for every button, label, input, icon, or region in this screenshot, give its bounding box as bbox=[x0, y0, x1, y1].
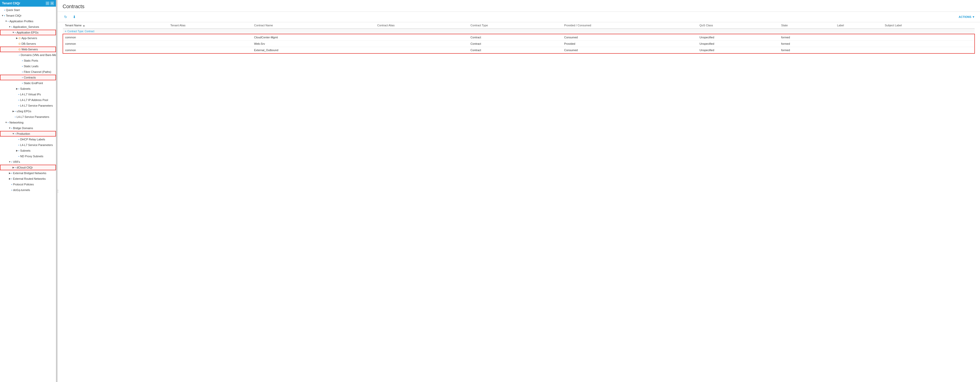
sidebar-item-app-servers[interactable]: ▶ ⊙ App-Servers bbox=[0, 35, 56, 41]
sidebar: Tenant CliQr □ × ▪ Quick Start ▼ ▪ Tenan… bbox=[0, 0, 56, 382]
cell-provided-consumed: Consumed bbox=[562, 47, 697, 54]
folder-icon: ▪ bbox=[22, 64, 23, 69]
sidebar-item-label: Tenant CliQr bbox=[6, 13, 21, 18]
sidebar-item-l4l7-service-params3[interactable]: ▪ L4-L7 Service Parameters bbox=[0, 142, 56, 148]
folder-icon: ▪ bbox=[18, 97, 19, 102]
main-content: Contracts ↻ ⬇ ACTIONS ▼ Tenant Name ▲Ten… bbox=[57, 0, 980, 382]
resize-handle[interactable] bbox=[56, 0, 57, 382]
sidebar-item-production[interactable]: ▼ ▪ Production bbox=[0, 131, 56, 137]
sidebar-item-external-routed[interactable]: ▶ ▪ External Routed Networks bbox=[0, 176, 56, 182]
sidebar-item-label: App-Servers bbox=[21, 36, 37, 40]
cell-provided-consumed: Consumed bbox=[562, 34, 697, 41]
sidebar-item-dot1q-tunnels[interactable]: ▪ dot1q-tunnels bbox=[0, 187, 56, 193]
sidebar-item-label: Application EPGs bbox=[17, 30, 38, 35]
sidebar-item-bridge-domains[interactable]: ▼ ▪ Bridge Domains bbox=[0, 125, 56, 131]
close-icon[interactable]: × bbox=[50, 2, 54, 5]
toolbar-left: ↻ ⬇ bbox=[63, 14, 77, 20]
sidebar-item-label: Subnets bbox=[20, 86, 30, 91]
sidebar-item-subnets2[interactable]: ▶ ▪ Subnets bbox=[0, 148, 56, 153]
sidebar-item-application-services[interactable]: ▼ ▪ Application_Services bbox=[0, 24, 56, 30]
table-row[interactable]: commonExternal_OutboundContractConsumedU… bbox=[63, 47, 975, 54]
sidebar-item-label: ND Proxy Subnets bbox=[20, 154, 43, 158]
sidebar-item-static-endpoint[interactable]: ▪ Static EndPoint bbox=[0, 80, 56, 86]
sidebar-item-protocol-policies[interactable]: ▪ Protocol Policies bbox=[0, 182, 56, 187]
actions-button[interactable]: ACTIONS ▼ bbox=[959, 15, 975, 18]
folder-icon: ▪ bbox=[22, 81, 23, 85]
sidebar-item-label: DHCP Relay Labels bbox=[20, 137, 45, 142]
minimize-icon[interactable]: □ bbox=[46, 2, 49, 5]
cell-subject-label bbox=[883, 41, 975, 47]
folder-icon: ▪ bbox=[15, 109, 16, 113]
sidebar-item-web-servers[interactable]: ⊙ Web-Servers bbox=[0, 46, 56, 52]
table-row[interactable]: commonWeb-SrvContractProvidedUnspecified… bbox=[63, 41, 975, 47]
cell-state: formed bbox=[779, 34, 835, 41]
actions-chevron: ▼ bbox=[972, 15, 975, 18]
sidebar-item-static-ports[interactable]: ▪ Static Ports bbox=[0, 58, 56, 63]
table-header: Tenant Name ▲Tenant AliasContract NameCo… bbox=[63, 22, 975, 29]
sidebar-item-nd-proxy-subnets[interactable]: ▪ ND Proxy Subnets bbox=[0, 153, 56, 159]
cell-subject-label bbox=[883, 34, 975, 41]
sidebar-item-domains[interactable]: ▪ Domains (VMs and Bare-Metals) bbox=[0, 52, 56, 58]
toggle-icon: ▼ bbox=[1, 13, 4, 18]
sidebar-item-label: Static EndPoint bbox=[24, 81, 43, 85]
toggle-icon: ▶ bbox=[12, 109, 15, 113]
toggle-icon: ▼ bbox=[8, 160, 11, 164]
sidebar-item-external-bridged[interactable]: ▶ ▪ External Bridged Networks bbox=[0, 170, 56, 176]
sidebar-item-tenant-cliqr[interactable]: ▼ ▪ Tenant CliQr bbox=[0, 13, 56, 18]
sidebar-item-contracts[interactable]: ▪ Contracts bbox=[0, 75, 56, 80]
folder-icon: ▪ bbox=[11, 160, 12, 164]
toggle-icon: ▶ bbox=[15, 36, 18, 40]
download-button[interactable]: ⬇ bbox=[71, 14, 77, 20]
sidebar-item-dhcp-relay[interactable]: ▪ DHCP Relay Labels bbox=[0, 137, 56, 142]
sidebar-item-networking[interactable]: ▼ ▪ Networking bbox=[0, 120, 56, 125]
table-row[interactable]: commonCloudCenter-MgmtContractConsumedUn… bbox=[63, 34, 975, 41]
cell-tenant-alias bbox=[169, 41, 252, 47]
toggle-icon: ▶ bbox=[15, 148, 18, 153]
toolbar: ↻ ⬇ ACTIONS ▼ bbox=[57, 12, 980, 22]
cell-subject-label bbox=[883, 47, 975, 54]
sidebar-item-dcloud-cliqr[interactable]: ▶ ▪ dCloud-CliQr bbox=[0, 165, 56, 170]
sidebar-item-db-servers[interactable]: ⊙ DB-Servers bbox=[0, 41, 56, 46]
sidebar-item-label: Bridge Domains bbox=[13, 126, 33, 130]
sidebar-item-label: L4-L7 Service Parameters bbox=[17, 115, 49, 119]
sidebar-item-static-leafs[interactable]: ▪ Static Leafs bbox=[0, 63, 56, 69]
sidebar-item-label: Subnets bbox=[20, 148, 30, 153]
sidebar-item-vrfs[interactable]: ▼ ▪ VRFs bbox=[0, 159, 56, 165]
globe-icon: ⊙ bbox=[18, 36, 21, 40]
cell-contract-name: External_Outbound bbox=[252, 47, 375, 54]
sidebar-item-label: L4-L7 Service Parameters bbox=[20, 103, 53, 108]
sidebar-item-subnets[interactable]: ▶ ▪ Subnets bbox=[0, 86, 56, 91]
sidebar-item-l4l7-ip-pool[interactable]: ▪ L4-L7 IP Address Pool bbox=[0, 97, 56, 103]
refresh-button[interactable]: ↻ bbox=[63, 14, 69, 20]
sidebar-item-label: L4-L7 Service Parameters bbox=[20, 143, 53, 147]
sidebar-item-label: VRFs bbox=[13, 160, 20, 164]
col-header-state: State bbox=[779, 22, 835, 29]
sidebar-item-useg-epgs[interactable]: ▶ ▪ uSeg EPGs bbox=[0, 109, 56, 114]
cell-tenant-alias bbox=[169, 34, 252, 41]
folder-icon: ▪ bbox=[15, 131, 16, 136]
sidebar-item-label: Application_Services bbox=[13, 24, 39, 29]
folder-icon: ▪ bbox=[11, 24, 12, 29]
cell-contract-alias bbox=[375, 41, 469, 47]
sort-icon: ▲ bbox=[82, 24, 85, 27]
sidebar-tree: ▪ Quick Start ▼ ▪ Tenant CliQr ▼ ▪ Appli… bbox=[0, 6, 56, 382]
folder-icon: ▪ bbox=[22, 70, 23, 74]
sidebar-item-l4l7-service-params2[interactable]: ▪ L4-L7 Service Parameters bbox=[0, 114, 56, 120]
sidebar-title: Tenant CliQr bbox=[2, 2, 20, 5]
sidebar-item-label: Quick Start bbox=[6, 8, 20, 12]
sidebar-item-fibre-channel[interactable]: ▪ Fibre Channel (Paths) bbox=[0, 69, 56, 75]
toggle-icon: ▼ bbox=[8, 24, 11, 29]
sidebar-item-quick-start[interactable]: ▪ Quick Start bbox=[0, 7, 56, 13]
folder-icon: ▪ bbox=[11, 126, 12, 130]
cell-state: formed bbox=[779, 47, 835, 54]
col-header-tenant-name[interactable]: Tenant Name ▲ bbox=[63, 22, 169, 29]
sidebar-item-l4l7-service-params[interactable]: ▪ L4-L7 Service Parameters bbox=[0, 103, 56, 109]
sidebar-item-l4l7-virtual-ips[interactable]: ▪ L4-L7 Virtual IPs bbox=[0, 91, 56, 97]
cell-contract-name: Web-Srv bbox=[252, 41, 375, 47]
main-header: Contracts bbox=[57, 0, 980, 12]
toggle-icon: ▶ bbox=[8, 176, 11, 181]
sidebar-item-application-profiles[interactable]: ▼ ▪ Application Profiles bbox=[0, 18, 56, 24]
col-header-tenant-alias: Tenant Alias bbox=[169, 22, 252, 29]
sidebar-item-application-epgs[interactable]: ▼ ▪ Application EPGs bbox=[0, 30, 56, 35]
table-body: ≡Contract Type: ContractcommonCloudCente… bbox=[63, 29, 975, 53]
